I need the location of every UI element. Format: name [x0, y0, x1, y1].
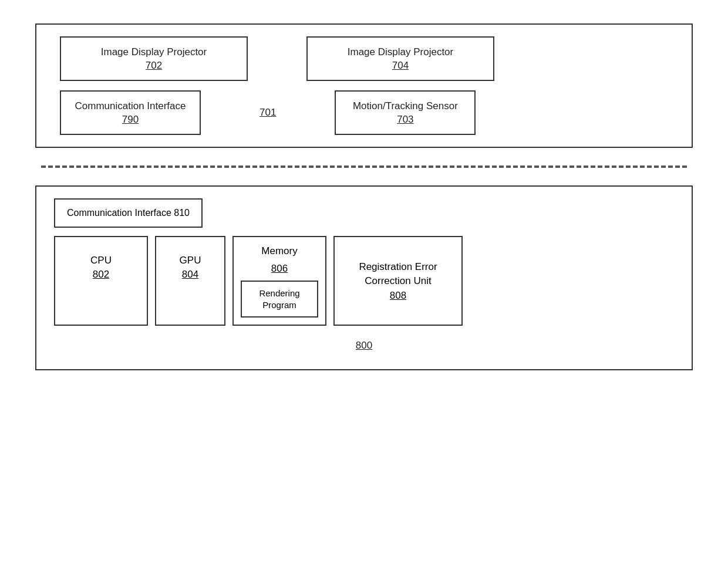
gpu-ref: 804: [170, 269, 210, 281]
memory-label: Memory: [261, 245, 297, 257]
comm-interface-790-label: Communication Interface: [75, 100, 186, 112]
motion-tracking-703-ref: 703: [348, 114, 463, 126]
motion-tracking-703-label: Motion/Tracking Sensor: [353, 100, 458, 112]
comm-interface-790-ref: 790: [73, 114, 188, 126]
top-diagram-box: Image Display Projector 702 Image Displa…: [35, 23, 693, 148]
comm-interface-810-ref: 810: [174, 208, 190, 218]
projector-704-ref: 704: [319, 60, 481, 72]
projector-704-label: Image Display Projector: [348, 46, 453, 58]
bottom-main-row: CPU 802 GPU 804 Memory 806 Rendering Pro…: [54, 236, 674, 326]
bottom-top-row: Communication Interface 810: [54, 198, 674, 228]
reg-error-label: Registration Error Correction Unit: [345, 260, 451, 288]
page-wrapper: Image Display Projector 702 Image Displa…: [0, 0, 728, 564]
reg-error-box: Registration Error Correction Unit 808: [333, 236, 463, 326]
rendering-program-box: Rendering Program: [241, 281, 318, 318]
comm-interface-810-box: Communication Interface 810: [54, 198, 203, 228]
bottom-ref-row: 800: [54, 340, 674, 352]
dashed-line: [41, 166, 687, 168]
top-bottom-row: Communication Interface 790 701 Motion/T…: [54, 90, 674, 135]
motion-tracking-703-box: Motion/Tracking Sensor 703: [335, 90, 476, 135]
comm-interface-790-box: Communication Interface 790: [60, 90, 201, 135]
comm-interface-810-label: Communication Interface: [67, 208, 171, 218]
memory-box: Memory 806 Rendering Program: [232, 236, 326, 326]
ref-800: 800: [356, 340, 372, 352]
memory-ref: 806: [271, 263, 288, 275]
bottom-diagram-box: Communication Interface 810 CPU 802 GPU …: [35, 185, 693, 370]
projectors-row: Image Display Projector 702 Image Displa…: [54, 36, 674, 81]
gpu-label: GPU: [170, 255, 210, 266]
ref-701: 701: [259, 107, 276, 119]
projector-702-box: Image Display Projector 702: [60, 36, 248, 81]
projector-704-box: Image Display Projector 704: [306, 36, 494, 81]
projector-702-ref: 702: [73, 60, 235, 72]
dashed-separator: [35, 166, 693, 168]
rendering-program-label: Rendering Program: [259, 288, 299, 310]
cpu-box: CPU 802: [54, 236, 148, 326]
projector-702-label: Image Display Projector: [101, 46, 207, 58]
reg-error-ref: 808: [345, 290, 451, 302]
gpu-box: GPU 804: [155, 236, 225, 326]
cpu-ref: 802: [69, 269, 133, 281]
cpu-label: CPU: [69, 255, 133, 266]
